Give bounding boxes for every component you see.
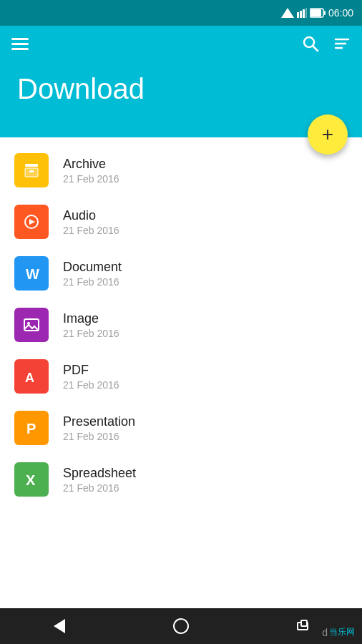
status-bar: 06:00: [0, 0, 362, 26]
hamburger-icon[interactable]: [11, 38, 29, 54]
item-text: PDF 21 Feb 2016: [63, 363, 119, 391]
bottom-nav: d 当乐网: [0, 608, 362, 644]
item-name: Image: [63, 311, 119, 326]
header: Download +: [0, 66, 362, 137]
item-text: Presentation 21 Feb 2016: [63, 414, 135, 442]
item-name: Document: [63, 260, 122, 275]
item-name: Audio: [63, 208, 119, 223]
svg-text:A: A: [25, 371, 34, 385]
sort-icon[interactable]: [333, 35, 351, 57]
presentation-icon: P: [14, 411, 49, 445]
status-time: 06:00: [328, 7, 353, 19]
pdf-icon: A: [14, 359, 49, 394]
toolbar: [0, 26, 362, 66]
item-text: Spreadsheet 21 Feb 2016: [63, 466, 136, 494]
svg-rect-6: [310, 9, 321, 16]
item-text: Document 21 Feb 2016: [63, 260, 122, 288]
list-item[interactable]: A PDF 21 Feb 2016: [0, 351, 362, 402]
svg-rect-10: [11, 48, 29, 50]
svg-marker-20: [29, 219, 35, 225]
archive-icon: [14, 153, 49, 187]
svg-rect-3: [303, 9, 305, 18]
item-date: 21 Feb 2016: [63, 276, 122, 288]
watermark: d 当乐网: [322, 626, 355, 638]
svg-line-12: [313, 47, 318, 52]
spreadsheet-icon: X: [14, 462, 49, 497]
list-item[interactable]: X Spreadsheet 21 Feb 2016: [0, 454, 362, 505]
back-button[interactable]: [54, 619, 65, 633]
item-text: Archive 21 Feb 2016: [63, 157, 119, 185]
item-date: 21 Feb 2016: [63, 225, 119, 236]
list-item[interactable]: W Document 21 Feb 2016: [0, 248, 362, 299]
svg-rect-1: [297, 12, 299, 18]
data-icon: [297, 8, 307, 18]
item-name: Archive: [63, 157, 119, 172]
list-item[interactable]: Audio 21 Feb 2016: [0, 196, 362, 248]
svg-rect-18: [29, 170, 34, 172]
svg-marker-0: [281, 8, 294, 18]
home-button[interactable]: [173, 618, 189, 634]
battery-icon: [310, 8, 326, 18]
item-text: Image 21 Feb 2016: [63, 311, 119, 339]
toolbar-left: [11, 38, 29, 54]
item-name: Presentation: [63, 414, 135, 429]
item-date: 21 Feb 2016: [63, 173, 119, 185]
svg-text:P: P: [26, 421, 36, 436]
item-date: 21 Feb 2016: [63, 431, 135, 442]
svg-rect-7: [324, 11, 326, 15]
status-icons: 06:00: [281, 7, 353, 19]
item-name: PDF: [63, 363, 119, 378]
document-icon: W: [14, 256, 49, 291]
signal-icon: [281, 8, 294, 18]
item-date: 21 Feb 2016: [63, 379, 119, 391]
list-item[interactable]: Image 21 Feb 2016: [0, 299, 362, 351]
file-list: Archive 21 Feb 2016 Audio 21 Feb 2016 W …: [0, 137, 362, 505]
item-name: Spreadsheet: [63, 466, 136, 481]
list-item[interactable]: P Presentation 21 Feb 2016: [0, 402, 362, 454]
svg-rect-8: [11, 38, 29, 40]
svg-rect-2: [300, 11, 302, 18]
svg-rect-4: [305, 8, 307, 18]
list-item[interactable]: Archive 21 Feb 2016: [0, 145, 362, 196]
svg-text:W: W: [26, 266, 39, 282]
item-date: 21 Feb 2016: [63, 482, 136, 494]
toolbar-right: [302, 35, 351, 57]
recents-button[interactable]: [297, 622, 308, 630]
image-icon: [14, 308, 49, 342]
page-title: Download: [17, 73, 145, 105]
svg-rect-16: [25, 164, 38, 167]
item-date: 21 Feb 2016: [63, 328, 119, 339]
search-icon[interactable]: [302, 35, 319, 57]
svg-text:X: X: [26, 472, 36, 488]
audio-icon: [14, 205, 49, 239]
svg-rect-9: [11, 43, 29, 45]
fab-add-button[interactable]: +: [308, 114, 348, 155]
item-text: Audio 21 Feb 2016: [63, 208, 119, 236]
